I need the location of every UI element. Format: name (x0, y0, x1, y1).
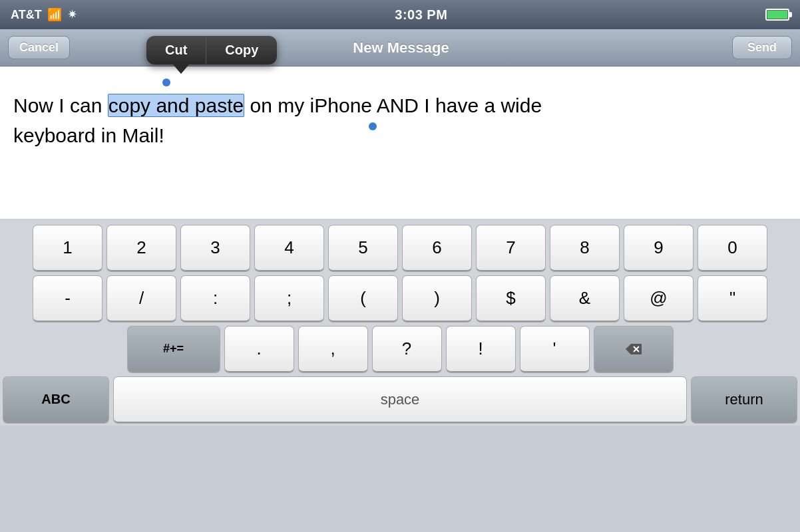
keyboard-row-bottom: ABC space return (3, 376, 797, 423)
key-5[interactable]: 5 (328, 225, 398, 271)
keyboard-row-symbols: - / : ; ( ) $ & @ " (3, 275, 797, 322)
key-space[interactable]: space (113, 376, 687, 423)
keyboard-row-numbers: 1 2 3 4 5 6 7 8 9 0 (3, 225, 797, 271)
cut-menu-item[interactable]: Cut (146, 36, 206, 65)
key-question[interactable]: ? (372, 326, 442, 372)
key-4[interactable]: 4 (254, 225, 324, 271)
text-line-2: keyboard in Mail! (13, 120, 787, 150)
text-after-selection-part1: on my iPhone AND I have a wide (244, 94, 542, 116)
key-close-paren[interactable]: ) (402, 275, 472, 322)
keyboard: 1 2 3 4 5 6 7 8 9 0 - / : ; ( ) $ & @ " … (0, 219, 800, 426)
key-quote[interactable]: " (698, 275, 767, 322)
key-8[interactable]: 8 (550, 225, 620, 271)
selected-text: copy and paste (108, 94, 244, 117)
keyboard-row-more-symbols: #+= . , ? ! ' (3, 326, 797, 372)
key-7[interactable]: 7 (476, 225, 546, 271)
key-2[interactable]: 2 (106, 225, 176, 271)
key-3[interactable]: 3 (180, 225, 250, 271)
status-bar: AT&T 📶 ✴ 3:03 PM (0, 0, 800, 29)
key-dollar[interactable]: $ (476, 275, 546, 322)
nav-bar: Cancel Cut Copy New Message Send (0, 29, 800, 66)
key-9[interactable]: 9 (624, 225, 694, 271)
key-colon[interactable]: : (180, 275, 250, 322)
status-left: AT&T 📶 ✴ (11, 7, 77, 22)
selection-handle-end (369, 122, 377, 130)
key-period[interactable]: . (224, 326, 294, 372)
battery-icon (765, 9, 789, 21)
key-exclamation[interactable]: ! (446, 326, 516, 372)
text-line-1: Now I can copy and paste on my iPhone AN… (13, 90, 787, 120)
key-at[interactable]: @ (624, 275, 694, 322)
key-slash[interactable]: / (106, 275, 176, 322)
carrier-label: AT&T (11, 8, 42, 22)
status-right (765, 9, 789, 21)
text-before-selection: Now I can (13, 94, 108, 116)
key-comma[interactable]: , (298, 326, 368, 372)
context-menu-arrow (173, 65, 189, 74)
key-symbols-toggle[interactable]: #+= (127, 326, 220, 372)
time-display: 3:03 PM (395, 7, 447, 23)
battery-fill (767, 11, 787, 19)
text-content: Now I can copy and paste on my iPhone AN… (13, 77, 787, 150)
key-semicolon[interactable]: ; (254, 275, 324, 322)
key-abc[interactable]: ABC (3, 376, 109, 423)
key-ampersand[interactable]: & (550, 275, 620, 322)
key-1[interactable]: 1 (33, 225, 102, 271)
key-apostrophe[interactable]: ' (520, 326, 590, 372)
delete-icon (624, 342, 643, 356)
nav-title: New Message (353, 39, 449, 57)
context-menu: Cut Copy (146, 36, 277, 65)
activity-icon: ✴ (67, 7, 77, 22)
key-6[interactable]: 6 (402, 225, 472, 271)
key-return[interactable]: return (691, 376, 797, 423)
key-open-paren[interactable]: ( (328, 275, 398, 322)
copy-menu-item[interactable]: Copy (206, 36, 277, 65)
send-button[interactable]: Send (732, 36, 792, 59)
content-area[interactable]: Now I can copy and paste on my iPhone AN… (0, 66, 800, 219)
context-menu-wrapper: Cut Copy (146, 36, 277, 74)
wifi-icon: 📶 (47, 7, 62, 22)
selection-handle-start (162, 78, 170, 86)
key-dash[interactable]: - (33, 275, 102, 322)
key-delete[interactable] (594, 326, 674, 372)
cancel-button[interactable]: Cancel (8, 36, 70, 59)
key-0[interactable]: 0 (698, 225, 767, 271)
